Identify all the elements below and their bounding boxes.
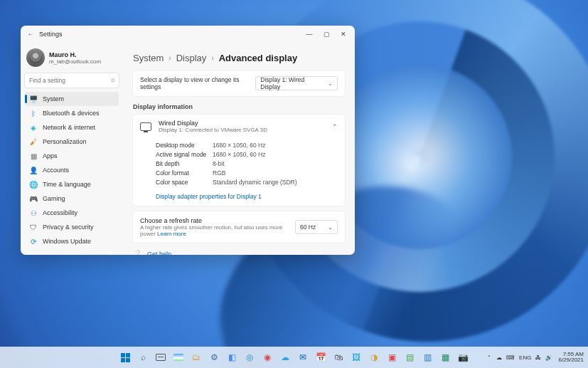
sidebar-item-gaming[interactable]: 🎮Gaming	[25, 191, 119, 206]
nav-label: Gaming	[43, 195, 65, 202]
app-icon[interactable]: ▦	[438, 350, 452, 364]
breadcrumb-display[interactable]: Display	[176, 53, 207, 63]
display-info-grid: Desktop mode1680 × 1050, 60 HzActive sig…	[133, 138, 345, 191]
chevron-down-icon: ⌄	[328, 80, 333, 87]
info-key: Color format	[156, 169, 213, 177]
app-icon[interactable]: ☁	[278, 350, 292, 364]
store-icon[interactable]: 🛍	[331, 350, 346, 364]
app-icon[interactable]: ▣	[385, 350, 399, 364]
display-selector-row: Select a display to view or change its s…	[133, 70, 345, 96]
app-icon[interactable]: ◧	[225, 350, 239, 364]
nav-list: 🖥️SystemᛒBluetooth & devices◈Network & i…	[25, 92, 119, 248]
display-info-header[interactable]: Wired Display Display 1: Connected to VM…	[133, 115, 345, 138]
minimize-button[interactable]: ―	[301, 26, 318, 43]
nav-icon: 🎮	[29, 195, 38, 203]
info-key: Active signal mode	[156, 151, 213, 158]
network-icon[interactable]: 🖧	[535, 354, 541, 361]
nav-icon: ▦	[29, 152, 38, 160]
taskbar: ⌕ 🗂 ⚙ ◧ ◎ ◉ ☁ ✉ 📅 🛍 🖼 ◑ ▣ ▤ ▥ ▦ 📷 ˄ ☁ ⌨ …	[0, 347, 588, 368]
info-value: 8-bit	[213, 160, 225, 167]
nav-icon: ◈	[29, 124, 38, 132]
sidebar-item-network-internet[interactable]: ◈Network & internet	[25, 120, 119, 135]
close-button[interactable]: ✕	[335, 26, 352, 43]
settings-icon[interactable]: ⚙	[207, 350, 221, 364]
chevron-down-icon: ⌄	[328, 224, 333, 231]
profile-block[interactable]: Mauro H. m_lab@outlook.com	[25, 46, 119, 71]
keyboard-icon[interactable]: ⌨	[506, 354, 515, 361]
sidebar-item-personalization[interactable]: 🖌Personalization	[25, 135, 119, 149]
sidebar-item-accessibility[interactable]: ⚇Accessibility	[25, 206, 119, 220]
task-view-icon[interactable]	[154, 350, 168, 364]
nav-icon: 🛡	[29, 224, 38, 231]
sidebar-item-accounts[interactable]: 👤Accounts	[25, 163, 119, 177]
nav-icon: ᛒ	[29, 110, 38, 117]
nav-label: Personalization	[43, 138, 87, 145]
nav-icon: 🖌	[29, 138, 38, 146]
profile-email: m_lab@outlook.com	[49, 58, 101, 65]
nav-label: Network & internet	[43, 124, 95, 131]
widgets-icon[interactable]	[171, 350, 186, 364]
nav-label: Accounts	[43, 167, 69, 174]
search-icon[interactable]: ⌕	[136, 350, 150, 364]
start-button[interactable]	[118, 350, 132, 364]
sidebar: Mauro H. m_lab@outlook.com ⌕ 🖥️SystemᛒBl…	[21, 43, 123, 255]
breadcrumb-current: Advanced display	[219, 53, 298, 63]
search-input[interactable]	[25, 73, 119, 88]
get-help-link[interactable]: ❔ Get help	[133, 250, 345, 255]
app-icon[interactable]: ◉	[260, 350, 274, 364]
volume-icon[interactable]: 🔊	[545, 354, 552, 361]
avatar	[26, 48, 45, 67]
photos-icon[interactable]: 🖼	[349, 350, 363, 364]
app-icon[interactable]: ▥	[420, 350, 434, 364]
titlebar: ← Settings ― ▢ ✕	[21, 26, 355, 43]
back-button[interactable]: ←	[23, 31, 38, 38]
display-connection: Display 1: Connected to VMware SVGA 3D	[159, 127, 267, 133]
sidebar-item-apps[interactable]: ▦Apps	[25, 149, 119, 163]
tray-chevron-icon[interactable]: ˄	[488, 354, 491, 361]
clock-date: 6/29/2021	[558, 357, 584, 363]
language-indicator[interactable]: ENG	[519, 354, 531, 361]
settings-window: ← Settings ― ▢ ✕ Mauro H. m_lab@outlook.…	[21, 26, 355, 255]
info-row: Bit depth8-bit	[156, 159, 338, 168]
file-explorer-icon[interactable]: 🗂	[189, 350, 203, 364]
nav-label: Windows Update	[43, 238, 91, 245]
info-row: Color formatRGB	[156, 168, 338, 177]
info-value: RGB	[213, 169, 225, 177]
system-tray[interactable]: ˄ ☁ ⌨ ENG 🖧 🔊 7:55 AM 6/29/2021	[488, 352, 584, 364]
search-box[interactable]: ⌕	[25, 73, 119, 88]
onedrive-icon[interactable]: ☁	[496, 354, 502, 361]
clock[interactable]: 7:55 AM 6/29/2021	[558, 352, 584, 364]
taskbar-center: ⌕ 🗂 ⚙ ◧ ◎ ◉ ☁ ✉ 📅 🛍 🖼 ◑ ▣ ▤ ▥ ▦ 📷	[118, 350, 470, 364]
app-icon[interactable]: ▤	[402, 350, 417, 364]
app-icon[interactable]: ✉	[296, 350, 310, 364]
learn-more-link[interactable]: Learn more	[157, 231, 186, 237]
adapter-properties-link[interactable]: Display adapter properties for Display 1	[133, 191, 345, 206]
sidebar-item-system[interactable]: 🖥️System	[25, 92, 119, 106]
refresh-rate-dropdown[interactable]: 60 Hz ⌄	[295, 220, 338, 234]
sidebar-item-windows-update[interactable]: ⟳Windows Update	[25, 234, 119, 248]
breadcrumb-system[interactable]: System	[133, 53, 164, 63]
app-icon[interactable]: ◑	[367, 350, 381, 364]
camera-icon[interactable]: 📷	[456, 350, 470, 364]
info-key: Desktop mode	[156, 142, 213, 149]
display-selector-dropdown[interactable]: Display 1: Wired Display ⌄	[255, 76, 338, 90]
chevron-icon: ›	[169, 54, 171, 62]
nav-label: Time & language	[43, 181, 91, 188]
sidebar-item-time-language[interactable]: 🌐Time & language	[25, 177, 119, 191]
refresh-subtitle: A higher rate gives smoother motion, but…	[140, 224, 295, 237]
display-info-card: Wired Display Display 1: Connected to VM…	[133, 115, 345, 206]
nav-icon: 🖥️	[29, 95, 38, 103]
info-key: Color space	[156, 179, 213, 186]
section-title: Display information	[133, 103, 345, 110]
monitor-icon	[140, 122, 151, 131]
refresh-rate-card: Choose a refresh rate A higher rate give…	[133, 211, 345, 243]
display-selector-label: Select a display to view or change its s…	[140, 76, 255, 90]
info-key: Bit depth	[156, 160, 213, 167]
edge-icon[interactable]: ◎	[242, 350, 257, 364]
maximize-button[interactable]: ▢	[318, 26, 335, 43]
app-icon[interactable]: 📅	[314, 350, 328, 364]
sidebar-item-bluetooth-devices[interactable]: ᛒBluetooth & devices	[25, 106, 119, 120]
sidebar-item-privacy-security[interactable]: 🛡Privacy & security	[25, 220, 119, 234]
get-help-label: Get help	[147, 251, 171, 256]
main-content: System › Display › Advanced display Sele…	[123, 43, 355, 255]
